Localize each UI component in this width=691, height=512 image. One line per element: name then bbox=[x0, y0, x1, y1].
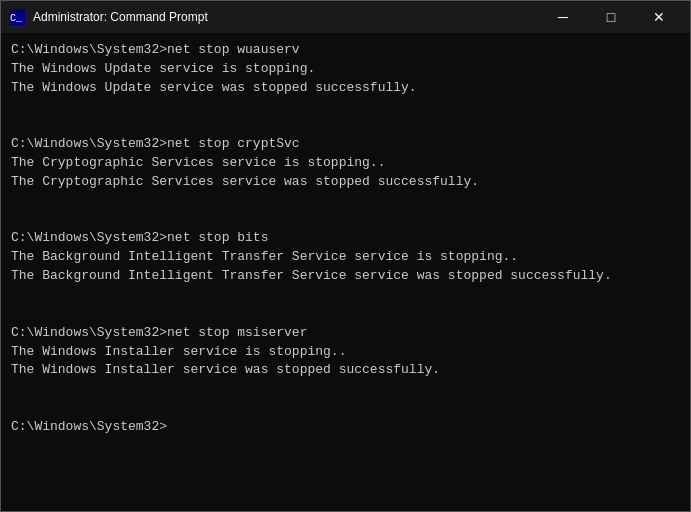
close-button[interactable]: ✕ bbox=[636, 1, 682, 33]
window-title: Administrator: Command Prompt bbox=[33, 10, 208, 24]
title-bar-controls: ─ □ ✕ bbox=[540, 1, 682, 33]
minimize-button[interactable]: ─ bbox=[540, 1, 586, 33]
svg-text:C_: C_ bbox=[10, 13, 23, 24]
terminal-body[interactable]: C:\Windows\System32>net stop wuauserv Th… bbox=[1, 33, 690, 511]
terminal-output: C:\Windows\System32>net stop wuauserv Th… bbox=[11, 41, 680, 437]
maximize-button[interactable]: □ bbox=[588, 1, 634, 33]
title-bar: C_ Administrator: Command Prompt ─ □ ✕ bbox=[1, 1, 690, 33]
cmd-icon: C_ bbox=[9, 9, 25, 25]
title-bar-left: C_ Administrator: Command Prompt bbox=[9, 9, 208, 25]
command-prompt-window: C_ Administrator: Command Prompt ─ □ ✕ C… bbox=[0, 0, 691, 512]
